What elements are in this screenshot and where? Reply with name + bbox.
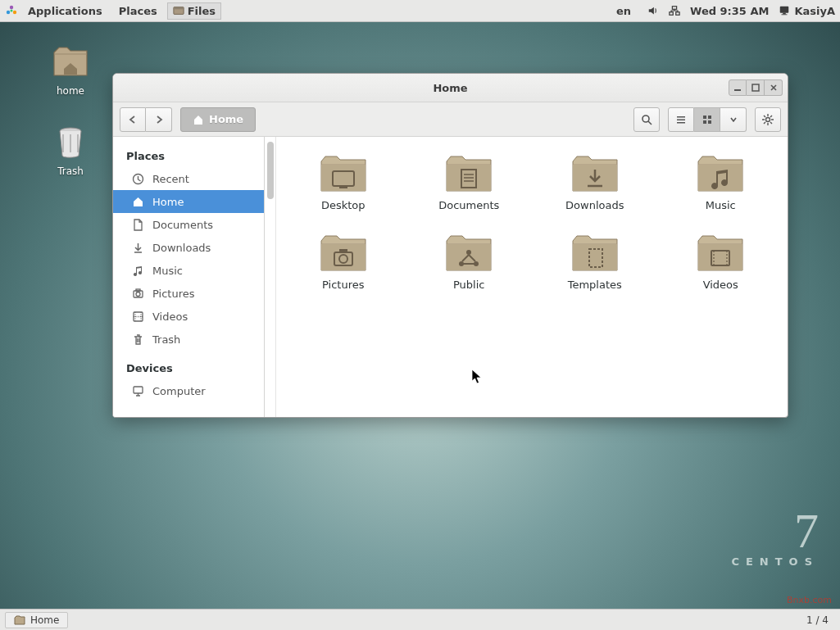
desktop-trash[interactable]: Trash [38, 123, 103, 177]
sidebar-item-documents[interactable]: Documents [113, 213, 264, 236]
folder-icon [318, 153, 369, 194]
svg-rect-7 [670, 12, 673, 16]
folder-icon [695, 153, 746, 194]
trash-icon [131, 333, 144, 346]
forward-button[interactable] [146, 107, 172, 132]
running-app-files[interactable]: Files [167, 2, 221, 20]
home-icon [193, 114, 204, 125]
computer-icon [131, 384, 144, 397]
svg-rect-6 [672, 7, 676, 10]
svg-point-26 [136, 292, 140, 296]
sidebar-item-recent[interactable]: Recent [113, 167, 264, 190]
desktop-home-label: home [38, 85, 103, 97]
window-titlebar[interactable]: Home [113, 74, 788, 102]
sidebar-scrollbar[interactable] [265, 137, 276, 417]
network-icon[interactable] [669, 5, 680, 16]
svg-rect-36 [698, 165, 742, 191]
minimize-button[interactable] [729, 79, 747, 96]
sidebar-item-home[interactable]: Home [113, 190, 264, 213]
svg-rect-11 [782, 14, 788, 15]
sidebar-places-title: Places [113, 145, 264, 167]
sidebar-item-downloads[interactable]: Downloads [113, 236, 264, 259]
places-menu[interactable]: Places [112, 2, 164, 20]
sidebar-item-trash[interactable]: Trash [113, 328, 264, 351]
files-app-icon [173, 5, 184, 16]
sidebar-item-music[interactable]: Music [113, 259, 264, 282]
bottom-panel: Home 1 / 4 [0, 609, 840, 630]
folder-public[interactable]: Public [411, 229, 529, 294]
sidebar-label: Music [152, 265, 183, 277]
sidebar-item-pictures[interactable]: Pictures [113, 282, 264, 305]
svg-rect-21 [703, 120, 706, 124]
task-label: Home [30, 614, 59, 626]
folder-downloads[interactable]: Downloads [536, 150, 654, 215]
distro-name: CENTOS [731, 555, 819, 568]
folder-documents[interactable]: Documents [411, 150, 529, 215]
taskbar-window-button[interactable]: Home [5, 612, 68, 628]
svg-rect-27 [136, 289, 140, 291]
gear-icon [761, 113, 774, 126]
folder-videos[interactable]: Videos [662, 229, 780, 294]
svg-rect-40 [339, 249, 347, 252]
branding: 7 CENTOS [731, 506, 819, 568]
clock[interactable]: Wed 9:35 AM [690, 5, 769, 17]
svg-rect-10 [783, 13, 787, 15]
svg-rect-47 [698, 244, 742, 270]
folder-music[interactable]: Music [662, 150, 780, 215]
settings-button[interactable] [755, 107, 781, 132]
folder-desktop[interactable]: Desktop [284, 150, 402, 215]
desktop-trash-label: Trash [38, 165, 103, 177]
svg-point-3 [11, 10, 13, 12]
version-number: 7 [731, 506, 819, 555]
workspace-indicator[interactable]: 1 / 4 [806, 614, 835, 626]
close-button[interactable] [765, 79, 783, 96]
keyboard-layout-indicator[interactable]: en [610, 2, 638, 20]
folder-icon [14, 614, 25, 626]
svg-rect-5 [174, 7, 184, 10]
desktop-home-folder[interactable]: home [38, 43, 103, 97]
user-label: KasiyA [794, 5, 835, 17]
view-dropdown-button[interactable] [720, 107, 747, 132]
sidebar-item-computer[interactable]: Computer [113, 379, 264, 402]
applications-menu[interactable]: Applications [21, 2, 109, 20]
svg-rect-8 [676, 12, 679, 16]
view-list-button[interactable] [668, 107, 694, 132]
folder-icon [443, 153, 494, 194]
path-home-button[interactable]: Home [180, 107, 256, 132]
view-grid-button[interactable] [694, 107, 720, 132]
back-button[interactable] [120, 107, 146, 132]
path-label: Home [209, 113, 243, 125]
user-menu[interactable]: KasiyA [779, 5, 835, 17]
sidebar-item-videos[interactable]: Videos [113, 305, 264, 328]
svg-rect-13 [734, 89, 741, 91]
maximize-button[interactable] [747, 79, 765, 96]
sidebar-label: Computer [152, 385, 206, 397]
running-app-label: Files [188, 5, 216, 17]
clock-icon [131, 172, 144, 185]
folder-label: Documents [438, 199, 499, 211]
folder-templates[interactable]: Templates [536, 229, 654, 294]
toolbar: Home [113, 102, 788, 137]
volume-icon[interactable] [647, 5, 659, 16]
home-folder-icon [51, 43, 90, 82]
svg-rect-32 [339, 186, 347, 188]
folder-icon [318, 233, 369, 274]
svg-rect-37 [321, 244, 366, 270]
svg-rect-14 [752, 84, 759, 91]
sidebar-label: Documents [152, 219, 213, 231]
folder-label: Templates [568, 279, 622, 291]
svg-rect-41 [447, 244, 491, 270]
svg-point-1 [7, 11, 10, 14]
search-button[interactable] [633, 107, 660, 132]
folder-pictures[interactable]: Pictures [284, 229, 402, 294]
svg-rect-19 [703, 116, 706, 119]
sidebar-label: Videos [152, 310, 188, 323]
window-title: Home [433, 82, 467, 94]
sidebar-label: Recent [152, 173, 189, 185]
home-icon [131, 195, 144, 208]
svg-rect-17 [677, 119, 685, 120]
svg-point-0 [10, 6, 13, 9]
svg-point-2 [13, 11, 16, 14]
watermark: Bnxb.com [787, 595, 832, 605]
folder-label: Public [453, 279, 484, 291]
